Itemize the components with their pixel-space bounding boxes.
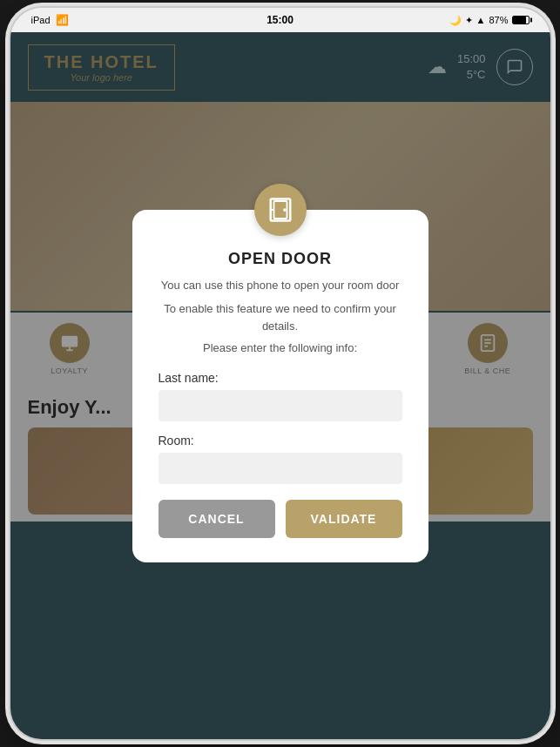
signal-icon: ▲ xyxy=(476,15,486,25)
battery-icon xyxy=(512,16,530,24)
modal-desc3: Please enter the following info: xyxy=(203,340,357,357)
modal-title: OPEN DOOR xyxy=(228,250,332,268)
last-name-label: Last name: xyxy=(159,371,402,385)
door-icon xyxy=(267,197,293,223)
wifi-icon: 📶 xyxy=(56,14,69,26)
modal-desc1: You can use this phone to open your room… xyxy=(161,277,399,294)
last-name-input[interactable] xyxy=(159,390,402,421)
bluetooth-icon: ✦ xyxy=(465,15,473,26)
ipad-label: iPad xyxy=(31,15,51,25)
cancel-button[interactable]: CANCEL xyxy=(159,500,275,538)
ipad-frame: iPad 📶 15:00 🌙 ✦ ▲ 87% THE HOTEL Your lo… xyxy=(10,8,550,739)
moon-icon: 🌙 xyxy=(449,15,462,26)
modal-buttons: CANCEL VALIDATE xyxy=(159,500,402,538)
status-bar-right: 🌙 ✦ ▲ 87% xyxy=(449,15,530,26)
svg-point-11 xyxy=(283,208,287,212)
validate-button[interactable]: VALIDATE xyxy=(286,500,402,538)
modal-overlay: OPEN DOOR You can use this phone to open… xyxy=(10,32,550,739)
modal-icon-circle xyxy=(254,184,307,236)
status-bar-left: iPad 📶 xyxy=(31,14,69,26)
modal-desc2: To enable this feature we need to confir… xyxy=(159,300,402,334)
status-bar: iPad 📶 15:00 🌙 ✦ ▲ 87% xyxy=(10,8,550,32)
room-label: Room: xyxy=(159,434,402,448)
app-content: THE HOTEL Your logo here ☁ 15:00 5°C xyxy=(10,32,550,739)
status-time: 15:00 xyxy=(267,14,293,26)
room-input[interactable] xyxy=(159,453,402,484)
modal-dialog: OPEN DOOR You can use this phone to open… xyxy=(132,210,428,562)
battery-label: 87% xyxy=(489,15,508,25)
